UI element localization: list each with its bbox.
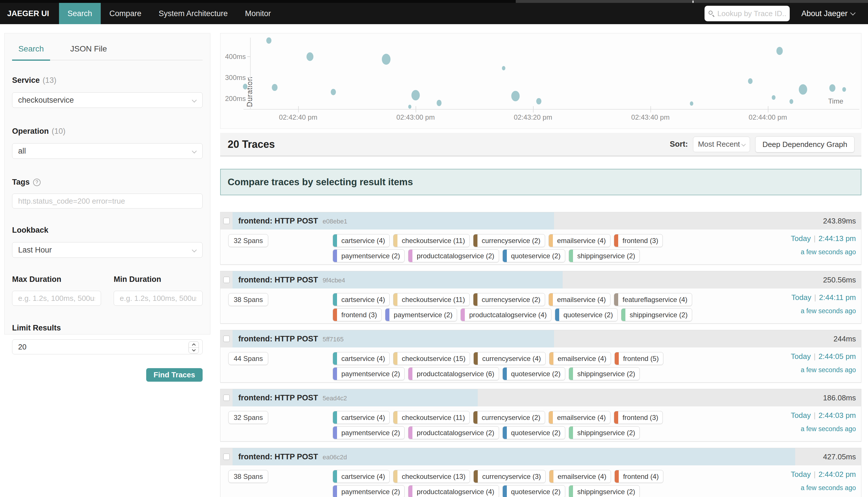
nav-item-compare[interactable]: Compare xyxy=(101,3,150,24)
nav-item-monitor[interactable]: Monitor xyxy=(236,3,279,24)
trace-result-card[interactable]: frontend: HTTP POSTe08ebe1 243.89ms 32 S… xyxy=(220,212,862,265)
service-tag-paymentservice[interactable]: paymentservice (2) xyxy=(333,250,405,262)
span-count-pill[interactable]: 32 Spans xyxy=(228,234,268,247)
trace-select-checkbox[interactable] xyxy=(223,336,230,342)
trace-title[interactable]: frontend: HTTP POST5ead4c2 xyxy=(238,389,347,407)
service-tag-paymentservice[interactable]: paymentservice (2) xyxy=(333,485,405,497)
sort-select[interactable]: Most Recent xyxy=(693,137,750,152)
trace-scatter-dot[interactable] xyxy=(307,52,313,61)
service-tag-emailservice[interactable]: emailservice (4) xyxy=(549,470,611,483)
stepper-up-icon[interactable] xyxy=(189,342,199,348)
trace-title[interactable]: frontend: HTTP POSTe08ebe1 xyxy=(238,212,347,230)
service-tag-quoteservice[interactable]: quoteservice (2) xyxy=(503,367,565,380)
service-tag-emailservice[interactable]: emailservice (4) xyxy=(549,352,611,365)
service-tag-checkoutservice[interactable]: checkoutservice (13) xyxy=(393,470,470,483)
service-tag-cartservice[interactable]: cartservice (4) xyxy=(333,234,390,247)
trace-day-link[interactable]: Today xyxy=(791,411,811,420)
nav-item-search[interactable]: Search xyxy=(59,3,101,24)
service-tag-productcatalogservice[interactable]: productcatalogservice (6) xyxy=(408,367,499,380)
trace-select-checkbox[interactable] xyxy=(223,395,230,401)
trace-scatter-dot[interactable] xyxy=(437,100,442,106)
trace-scatter-dot[interactable] xyxy=(772,95,775,100)
service-tag-frontend[interactable]: frontend (4) xyxy=(614,470,663,483)
tab-json-file[interactable]: JSON File xyxy=(70,44,107,54)
trace-card-header[interactable]: frontend: HTTP POST5ff7165 244ms xyxy=(221,330,861,347)
trace-scatter-dot[interactable] xyxy=(799,84,807,95)
trace-time-link[interactable]: 2:44:11 pm xyxy=(819,293,856,302)
max-duration-input[interactable] xyxy=(18,294,95,303)
trace-card-header[interactable]: frontend: HTTP POSTe08ebe1 243.89ms xyxy=(221,212,861,229)
trace-select-checkbox[interactable] xyxy=(223,454,230,460)
help-icon[interactable]: ? xyxy=(33,179,41,186)
limit-results-input[interactable] xyxy=(18,343,197,352)
operation-select[interactable]: all xyxy=(12,143,202,159)
service-tag-paymentservice[interactable]: paymentservice (2) xyxy=(333,367,405,380)
trace-scatter-dot[interactable] xyxy=(411,90,420,100)
service-tag-quoteservice[interactable]: quoteservice (2) xyxy=(503,485,565,497)
trace-scatter-dot[interactable] xyxy=(789,99,794,104)
trace-scatter-dot[interactable] xyxy=(748,78,753,84)
trace-time-link[interactable]: 2:44:02 pm xyxy=(818,470,856,479)
about-jaeger-menu[interactable]: About Jaeger xyxy=(801,9,855,18)
span-count-pill[interactable]: 38 Spans xyxy=(228,470,268,483)
service-tag-emailservice[interactable]: emailservice (4) xyxy=(548,234,611,247)
service-tag-shippingservice[interactable]: shippingservice (2) xyxy=(621,308,692,321)
tags-input[interactable] xyxy=(18,197,197,205)
service-tag-frontend[interactable]: frontend (5) xyxy=(614,352,663,365)
nav-item-system-architecture[interactable]: System Architecture xyxy=(150,3,236,24)
service-tag-cartservice[interactable]: cartservice (4) xyxy=(333,411,390,424)
trace-title[interactable]: frontend: HTTP POST5ff7165 xyxy=(238,330,344,348)
trace-card-header[interactable]: frontend: HTTP POST5ead4c2 186.08ms xyxy=(221,389,861,407)
trace-lookup-input[interactable] xyxy=(717,9,786,18)
service-tag-shippingservice[interactable]: shippingservice (2) xyxy=(569,485,640,497)
service-tag-productcatalogservice[interactable]: productcatalogservice (4) xyxy=(408,485,499,497)
service-tag-cartservice[interactable]: cartservice (4) xyxy=(333,352,390,365)
trace-scatter-dot[interactable] xyxy=(408,105,411,109)
trace-day-link[interactable]: Today xyxy=(791,470,811,479)
trace-scatter-dot[interactable] xyxy=(502,66,505,70)
service-tag-emailservice[interactable]: emailservice (4) xyxy=(548,293,611,306)
service-tag-frontend[interactable]: frontend (3) xyxy=(614,411,663,424)
service-tag-currencyservice[interactable]: currencyservice (2) xyxy=(473,234,545,247)
trace-day-link[interactable]: Today xyxy=(791,352,811,361)
trace-time-link[interactable]: 2:44:13 pm xyxy=(818,234,856,243)
service-tag-checkoutservice[interactable]: checkoutservice (11) xyxy=(393,293,470,306)
service-tag-paymentservice[interactable]: paymentservice (2) xyxy=(385,308,457,321)
service-tag-productcatalogservice[interactable]: productcatalogservice (2) xyxy=(408,250,499,262)
span-count-pill[interactable]: 44 Spans xyxy=(228,352,268,365)
trace-scatter-dot[interactable] xyxy=(842,87,846,92)
trace-card-header[interactable]: frontend: HTTP POSTea06c2d 427.05ms xyxy=(221,448,861,465)
trace-select-checkbox[interactable] xyxy=(223,277,230,283)
trace-scatter-dot[interactable] xyxy=(690,101,693,105)
trace-title[interactable]: frontend: HTTP POSTea06c2d xyxy=(238,448,347,466)
service-tag-emailservice[interactable]: emailservice (4) xyxy=(548,411,611,424)
service-tag-shippingservice[interactable]: shippingservice (2) xyxy=(569,367,640,380)
service-tag-checkoutservice[interactable]: checkoutservice (15) xyxy=(393,352,470,365)
lookback-select[interactable]: Last Hour xyxy=(12,242,202,258)
find-traces-button[interactable]: Find Traces xyxy=(146,368,203,382)
service-tag-currencyservice[interactable]: currencyservice (2) xyxy=(473,293,545,306)
service-tag-checkoutservice[interactable]: checkoutservice (11) xyxy=(393,234,470,247)
trace-result-card[interactable]: frontend: HTTP POST5ead4c2 186.08ms 32 S… xyxy=(220,389,862,441)
service-tag-cartservice[interactable]: cartservice (4) xyxy=(333,470,390,483)
trace-result-card[interactable]: frontend: HTTP POST9f4cbe4 250.56ms 38 S… xyxy=(220,271,862,324)
tab-search[interactable]: Search xyxy=(12,44,50,54)
service-tag-currencyservice[interactable]: currencyservice (2) xyxy=(473,411,545,424)
trace-scatter-dot[interactable] xyxy=(536,98,542,104)
service-tag-frontend[interactable]: frontend (3) xyxy=(333,308,382,321)
service-tag-currencyservice[interactable]: currencyservice (3) xyxy=(473,470,545,483)
service-tag-quoteservice[interactable]: quoteservice (2) xyxy=(503,426,565,439)
service-tag-shippingservice[interactable]: shippingservice (2) xyxy=(569,426,640,439)
service-tag-productcatalogservice[interactable]: productcatalogservice (2) xyxy=(408,426,499,439)
deep-dependency-graph-button[interactable]: Deep Dependency Graph xyxy=(755,136,854,153)
trace-lookup-box[interactable] xyxy=(704,6,790,21)
number-stepper[interactable] xyxy=(188,341,199,354)
service-select[interactable]: checkoutservice xyxy=(12,92,202,108)
service-tag-frontend[interactable]: frontend (3) xyxy=(614,234,663,247)
trace-title[interactable]: frontend: HTTP POST9f4cbe4 xyxy=(238,271,345,289)
trace-card-header[interactable]: frontend: HTTP POST9f4cbe4 250.56ms xyxy=(221,271,861,288)
span-count-pill[interactable]: 32 Spans xyxy=(228,411,268,424)
trace-scatter-dot[interactable] xyxy=(382,54,391,65)
service-tag-currencyservice[interactable]: currencyservice (4) xyxy=(473,352,545,365)
trace-day-link[interactable]: Today xyxy=(791,234,811,243)
